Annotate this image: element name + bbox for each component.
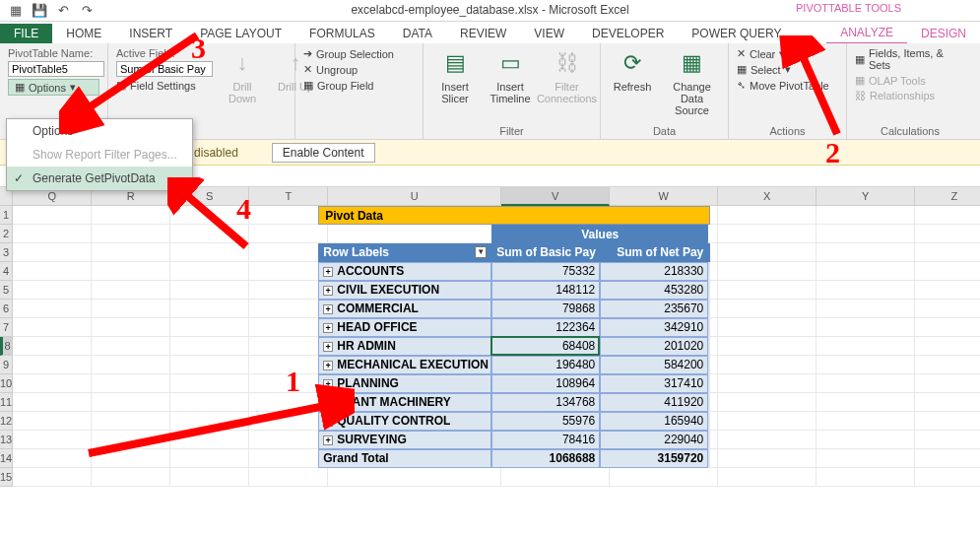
row-header-6[interactable]: 6 [0,300,12,318]
row-header-14[interactable]: 14 [0,449,12,468]
undo-icon[interactable]: ↶ [55,3,71,19]
select-button[interactable]: ▦ Select ▾ [737,63,838,76]
tab-pagelayout[interactable]: PAGE LAYOUT [186,24,295,43]
pivot-row[interactable]: +PLANT MACHINERY134768411920 [318,393,710,412]
row-header-9[interactable]: 9 [0,356,12,374]
expand-icon[interactable]: + [323,286,333,296]
expand-icon[interactable]: + [323,267,333,277]
active-field-input[interactable] [116,61,213,77]
grand-total-net: 3159720 [600,449,708,468]
menu-generate-getpivotdata[interactable]: ✓Generate GetPivotData [7,167,192,190]
row-header-11[interactable]: 11 [0,393,12,412]
change-data-source-button[interactable]: ▦Change Data Source [664,47,720,116]
row-labels-header[interactable]: Row Labels▼ [318,243,491,262]
group-field-button[interactable]: ▦ Group Field [303,79,415,92]
pivot-basic-pay: 68408 [491,337,600,356]
pivot-name-input[interactable] [8,61,104,77]
row-header-13[interactable]: 13 [0,431,12,449]
pivot-row[interactable]: +PLANNING108964317410 [318,374,710,393]
row-header-15[interactable]: 15 [0,468,12,487]
options-button[interactable]: ▦ Options ▾ [8,79,99,96]
relationships-label: Relationships [870,90,935,101]
move-pivot-button[interactable]: ➴ Move PivotTable [737,79,838,92]
values-label: Values [491,225,708,245]
row-header-12[interactable]: 12 [0,412,12,431]
expand-icon[interactable]: + [323,436,333,445]
insert-timeline-button[interactable]: ▭Insert Timeline [487,47,534,104]
ungroup-button[interactable]: ✕ Ungroup [303,63,415,76]
tab-formulas[interactable]: FORMULAS [295,24,389,43]
pivot-net-pay: 218330 [600,262,708,281]
row-header-4[interactable]: 4 [0,262,12,281]
row-header-5[interactable]: 5 [0,281,12,300]
drill-down-icon: ↓ [227,47,258,79]
tab-powerquery[interactable]: POWER QUERY [678,24,795,43]
cells-area[interactable]: Pivot Data Values Row Labels▼ Sum of Bas… [13,206,980,487]
row-header-2[interactable]: 2 [0,225,12,243]
pivot-row[interactable]: +MECHANICAL EXECUTION196480584200 [318,356,710,374]
tab-data[interactable]: DATA [389,24,446,43]
col-header-V[interactable]: V [501,187,610,206]
pivot-row[interactable]: +HR ADMIN68408201020 [318,337,710,356]
ungroup-label: Ungroup [316,64,358,76]
row-header-7[interactable]: 7 [0,318,12,337]
insert-slicer-button[interactable]: ▤Insert Slicer [431,47,479,104]
fields-items-button[interactable]: ▦ Fields, Items, & Sets [855,47,965,71]
pivot-table: Pivot Data Values Row Labels▼ Sum of Bas… [318,206,710,468]
tab-home[interactable]: HOME [52,24,115,43]
pivot-net-pay: 411920 [600,393,708,412]
tab-view[interactable]: VIEW [520,24,578,43]
col-header-T[interactable]: T [249,187,328,206]
expand-icon[interactable]: + [323,342,333,352]
expand-icon[interactable]: + [323,417,333,427]
row-header-1[interactable]: 1 [0,206,12,225]
refresh-button[interactable]: ⟳Refresh [609,47,656,116]
tab-analyze[interactable]: ANALYZE [826,23,907,43]
clear-button[interactable]: ✕ Clear ▾ [737,47,838,60]
row-header-10[interactable]: 10 [0,374,12,393]
col-header-X[interactable]: X [718,187,817,206]
expand-icon[interactable]: + [323,398,333,408]
redo-icon[interactable]: ↷ [79,3,95,19]
pivot-basic-pay: 108964 [491,374,600,393]
refresh-icon: ⟳ [617,47,648,79]
row-labels-dropdown-icon[interactable]: ▼ [475,246,487,258]
pivot-row[interactable]: +SURVEYING78416229040 [318,431,710,449]
tab-insert[interactable]: INSERT [115,24,186,43]
pivot-row[interactable]: +CIVIL EXECUTION148112453280 [318,281,710,300]
pivot-row[interactable]: +HEAD OFFICE122364342910 [318,318,710,337]
col-header-U[interactable]: U [328,187,501,206]
save-icon[interactable]: 💾 [32,3,47,19]
grand-total-basic: 1068688 [491,449,600,468]
group-calculations: ▦ Fields, Items, & Sets ▦ OLAP Tools ⛓ R… [847,43,973,139]
tab-developer[interactable]: DEVELOPER [578,24,678,43]
col-header-Y[interactable]: Y [817,187,915,206]
expand-icon[interactable]: + [323,361,333,370]
row-header-8[interactable]: 8 [0,337,12,356]
check-icon: ✓ [14,171,24,185]
pivot-net-pay: 342910 [600,318,708,337]
tab-file[interactable]: FILE [0,24,52,43]
pivot-row[interactable]: +QUALITY CONTROL55976165940 [318,412,710,431]
drill-down-button: ↓Drill Down [219,47,266,104]
row-header-3[interactable]: 3 [0,243,12,262]
expand-icon[interactable]: + [323,379,333,389]
col-header-Z[interactable]: Z [915,187,980,206]
ribbon-tabs: FILE HOME INSERT PAGE LAYOUT FORMULAS DA… [0,22,980,43]
expand-icon[interactable]: + [323,323,333,333]
enable-content-button[interactable]: Enable Content [272,143,375,163]
pivot-row-label: +MECHANICAL EXECUTION [318,356,491,374]
menu-options[interactable]: Options [7,119,192,143]
pivot-row[interactable]: +ACCOUNTS75332218330 [318,262,710,281]
pivot-row[interactable]: +COMMERCIAL79868235670 [318,300,710,318]
tab-design[interactable]: DESIGN [907,24,980,43]
col-header-W[interactable]: W [610,187,718,206]
group-selection-button[interactable]: ➔ Group Selection [303,47,415,60]
expand-icon[interactable]: + [323,304,333,314]
refresh-label: Refresh [614,81,652,93]
col-basic-pay-header: Sum of Basic Pay [491,243,600,262]
pivot-net-pay: 229040 [600,431,708,449]
tab-review[interactable]: REVIEW [446,24,520,43]
field-settings-button[interactable]: ▦ Field Settings [116,79,213,92]
grand-total-label: Grand Total [318,449,491,468]
